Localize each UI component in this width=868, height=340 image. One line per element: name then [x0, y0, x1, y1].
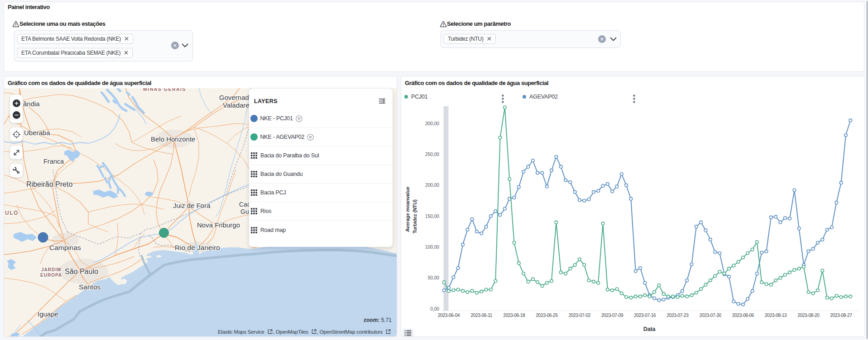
- svg-text:200,00: 200,00: [425, 182, 439, 188]
- svg-text:Average moanvalue: Average moanvalue: [405, 187, 410, 232]
- svg-text:2023-06-11: 2023-06-11: [471, 313, 493, 318]
- svg-text:2023-08-27: 2023-08-27: [830, 313, 853, 318]
- svg-text:2023-07-16: 2023-07-16: [634, 313, 656, 318]
- svg-text:2023-07-30: 2023-07-30: [700, 313, 722, 318]
- svg-text:50,00: 50,00: [428, 275, 440, 280]
- svg-text:250,00: 250,00: [425, 151, 439, 157]
- svg-text:100,00: 100,00: [425, 244, 439, 250]
- svg-text:MINAS GERAIS: MINAS GERAIS: [143, 88, 186, 92]
- svg-text:2023-08-20: 2023-08-20: [797, 313, 820, 318]
- svg-text:Data: Data: [643, 326, 656, 332]
- svg-text:2023-06-25: 2023-06-25: [536, 313, 558, 318]
- svg-text:SÃO PAULO: SÃO PAULO: [4, 209, 19, 216]
- svg-text:Uberaba: Uberaba: [24, 129, 50, 137]
- svg-text:ândia: ândia: [23, 100, 40, 108]
- svg-text:Nova Friburgo: Nova Friburgo: [197, 221, 240, 229]
- svg-text:Rio de Janeiro: Rio de Janeiro: [175, 244, 220, 251]
- svg-text:Valadares: Valadares: [223, 101, 253, 109]
- svg-text:Franca: Franca: [43, 158, 64, 165]
- svg-text:2023-08-13: 2023-08-13: [765, 313, 787, 318]
- svg-text:EUROPA: EUROPA: [40, 273, 62, 278]
- svg-text:2023-06-18: 2023-06-18: [503, 313, 525, 318]
- svg-text:2023-07-09: 2023-07-09: [601, 313, 623, 318]
- svg-text:Iguape: Iguape: [38, 310, 58, 318]
- svg-text:2023-07-02: 2023-07-02: [569, 313, 591, 318]
- svg-text:Turbidez (NTU): Turbidez (NTU): [412, 199, 417, 234]
- svg-text:2023-08-06: 2023-08-06: [732, 313, 754, 318]
- svg-text:Belo Horizonte: Belo Horizonte: [151, 135, 195, 143]
- svg-text:2023-06-04: 2023-06-04: [438, 313, 460, 318]
- svg-text:São Paulo: São Paulo: [65, 268, 98, 275]
- svg-text:Ribeirão Preto: Ribeirão Preto: [26, 180, 72, 188]
- svg-text:JARDIM: JARDIM: [41, 267, 61, 272]
- svg-text:Juiz de Fora: Juiz de Fora: [173, 202, 211, 209]
- svg-text:Santos: Santos: [79, 283, 101, 291]
- svg-text:Campinas: Campinas: [49, 244, 81, 251]
- svg-text:0,00: 0,00: [430, 306, 439, 312]
- svg-text:2023-07-23: 2023-07-23: [667, 313, 689, 318]
- svg-text:300,00: 300,00: [425, 121, 439, 126]
- svg-text:150,00: 150,00: [425, 213, 439, 219]
